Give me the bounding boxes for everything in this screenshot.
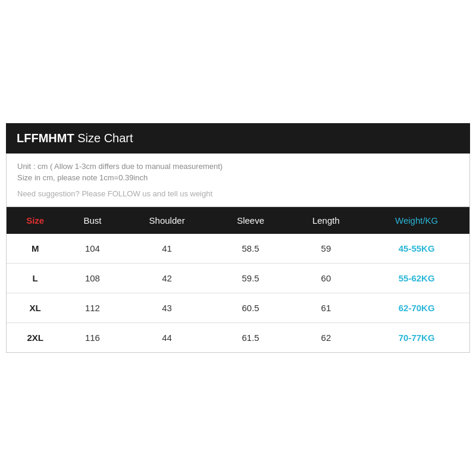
cell-length: 61 [288, 293, 364, 323]
cell-bust: 116 [64, 323, 121, 353]
col-weight: Weight/KG [364, 207, 469, 234]
cell-size: L [7, 264, 64, 293]
cell-shoulder: 43 [121, 293, 213, 323]
brand-name: LFFMHMT [17, 131, 74, 145]
info-section: Unit : cm ( Allow 1-3cm differs due to m… [6, 154, 470, 207]
cell-size: XL [7, 293, 64, 323]
chart-header: LFFMHMT Size Chart [6, 123, 470, 154]
header-title: Size Chart [74, 131, 133, 145]
cell-bust: 108 [64, 264, 121, 293]
header-row: Size Bust Shoulder Sleeve Length Weight/… [7, 207, 469, 234]
table-header: Size Bust Shoulder Sleeve Length Weight/… [7, 207, 469, 234]
table-row: L1084259.56055-62KG [7, 264, 469, 293]
cell-length: 62 [288, 323, 364, 353]
cell-size: 2XL [7, 323, 64, 353]
table-row: XL1124360.56162-70KG [7, 293, 469, 323]
cell-weight: 45-55KG [364, 234, 469, 264]
cm-info: Size in cm, please note 1cm=0.39inch [17, 173, 459, 182]
col-length: Length [288, 207, 364, 234]
col-shoulder: Shoulder [121, 207, 213, 234]
col-sleeve: Sleeve [213, 207, 289, 234]
col-bust: Bust [64, 207, 121, 234]
cell-length: 60 [288, 264, 364, 293]
cell-sleeve: 61.5 [213, 323, 289, 353]
suggestion-text: Need suggestion? Please FOLLOW us and te… [17, 189, 459, 198]
cell-shoulder: 44 [121, 323, 213, 353]
cell-shoulder: 42 [121, 264, 213, 293]
table-wrapper: Size Bust Shoulder Sleeve Length Weight/… [6, 207, 470, 353]
cell-sleeve: 60.5 [213, 293, 289, 323]
table-row: M1044158.55945-55KG [7, 234, 469, 264]
unit-info: Unit : cm ( Allow 1-3cm differs due to m… [17, 162, 459, 171]
cell-shoulder: 41 [121, 234, 213, 264]
cell-sleeve: 58.5 [213, 234, 289, 264]
table-body: M1044158.55945-55KGL1084259.56055-62KGXL… [7, 234, 469, 352]
size-chart-container: LFFMHMT Size Chart Unit : cm ( Allow 1-3… [6, 123, 470, 353]
cell-bust: 104 [64, 234, 121, 264]
size-table: Size Bust Shoulder Sleeve Length Weight/… [7, 207, 469, 352]
col-size: Size [7, 207, 64, 234]
cell-size: M [7, 234, 64, 264]
table-row: 2XL1164461.56270-77KG [7, 323, 469, 353]
cell-length: 59 [288, 234, 364, 264]
cell-weight: 70-77KG [364, 323, 469, 353]
cell-weight: 55-62KG [364, 264, 469, 293]
cell-weight: 62-70KG [364, 293, 469, 323]
cell-bust: 112 [64, 293, 121, 323]
cell-sleeve: 59.5 [213, 264, 289, 293]
